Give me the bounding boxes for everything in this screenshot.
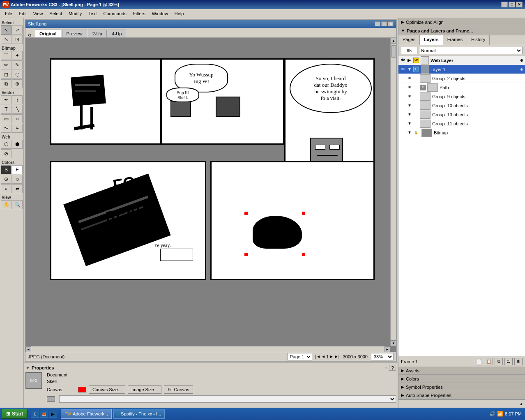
freeform-tool[interactable]: 〜 xyxy=(1,124,12,133)
scroll-right-button[interactable]: ► xyxy=(385,346,390,352)
eyedropper-tool[interactable]: ⊙ xyxy=(1,175,12,184)
menu-view[interactable]: View xyxy=(30,10,46,17)
layer-1-options-icon[interactable]: ⊕ xyxy=(520,67,523,72)
group-10-visibility-icon[interactable]: 👁 xyxy=(407,103,412,108)
media-icon[interactable]: ▶ xyxy=(49,410,57,418)
menu-file[interactable]: File xyxy=(2,10,16,17)
scroll-left-button[interactable]: ◄ xyxy=(25,346,31,352)
tab-pages[interactable]: Pages xyxy=(398,35,420,45)
path-visibility-icon[interactable]: 👁 xyxy=(407,85,412,90)
menu-text[interactable]: Text xyxy=(85,10,100,17)
doc-settings-icon[interactable]: ⚙ xyxy=(28,33,32,37)
close-button[interactable]: ✕ xyxy=(516,2,523,7)
fireworks-taskbar-item[interactable]: FW Adobe Firework... xyxy=(61,409,112,419)
bitmap-item[interactable]: 👁 🔒 Bitmap xyxy=(398,128,525,137)
replace-color-tool[interactable]: ⊕ xyxy=(12,79,23,88)
vertical-scrollbar[interactable]: ▲ ▼ xyxy=(390,38,396,346)
group-11-visibility-icon[interactable]: 👁 xyxy=(407,121,412,127)
window-controls[interactable]: _ □ ✕ xyxy=(501,2,523,7)
web-layer-expand-icon[interactable]: ▶ xyxy=(408,58,412,62)
default-colors-btn[interactable]: D xyxy=(1,184,12,193)
blur-tool[interactable]: ◌ xyxy=(12,70,23,79)
scale-tool[interactable]: ⤡ xyxy=(1,35,12,44)
zoom-tool[interactable]: 🔍 xyxy=(12,200,23,209)
maximize-button[interactable]: □ xyxy=(509,2,515,7)
ie-icon[interactable]: e xyxy=(31,410,39,418)
pencil-tool[interactable]: ✎ xyxy=(12,60,23,69)
lasso-tool[interactable]: ⌒ xyxy=(1,51,12,60)
hand-tool[interactable]: ✋ xyxy=(1,200,12,209)
tab-2up[interactable]: 2-Up xyxy=(88,30,107,37)
last-page-button[interactable]: ►| xyxy=(334,354,340,359)
hide-slices-tool[interactable]: ⊘ xyxy=(1,149,12,158)
layers-panel-header[interactable]: ▼ Pages and Layers and Frame... xyxy=(398,26,525,35)
assets-panel[interactable]: ▶ Assets xyxy=(398,367,525,375)
firefox-icon[interactable]: 🦊 xyxy=(40,410,48,418)
menu-modify[interactable]: Modify xyxy=(65,10,85,17)
web-layer-options-icon[interactable]: ⊕ xyxy=(520,58,523,62)
auto-shape-properties-panel[interactable]: ▶ Auto Shape Properties xyxy=(398,391,525,399)
menu-window[interactable]: Window xyxy=(149,10,171,17)
ellipse-tool[interactable]: ○ xyxy=(12,114,23,123)
pointer-tool[interactable]: ↖ xyxy=(1,25,12,35)
group-9-item[interactable]: 👁 Group: 9 objects xyxy=(398,92,525,101)
colors-panel[interactable]: ▶ Colors xyxy=(398,375,525,383)
crop-tool[interactable]: ⊡ xyxy=(12,35,23,44)
scroll-up-button[interactable]: ▲ xyxy=(391,38,396,44)
duplicate-layer-button[interactable]: ⧉ xyxy=(495,358,503,365)
rectangle-tool[interactable]: ▭ xyxy=(1,114,12,123)
doc-minimize-button[interactable]: _ xyxy=(375,21,380,26)
properties-options-icon[interactable]: ≡ xyxy=(385,365,387,370)
start-button[interactable]: ⊞ Start xyxy=(2,409,28,419)
horizontal-scrollbar[interactable]: ◄ ► xyxy=(25,346,390,352)
brush-tool[interactable]: ✏ xyxy=(1,60,12,69)
opacity-input[interactable] xyxy=(401,47,417,54)
prev-page-button[interactable]: ◄ xyxy=(321,354,325,359)
fit-canvas-button[interactable]: Fit Canvas xyxy=(164,385,193,394)
image-size-button[interactable]: Image Size... xyxy=(128,385,161,394)
path-item[interactable]: 👁 P Path xyxy=(398,83,525,92)
text-tool[interactable]: T xyxy=(1,105,12,114)
menu-filters[interactable]: Filters xyxy=(130,10,149,17)
tab-4up[interactable]: 4-Up xyxy=(108,30,127,37)
group-10-item[interactable]: 👁 Group: 10 objects xyxy=(398,101,525,110)
spotify-taskbar-item[interactable]: ♪ Spotify - The xx - I... xyxy=(113,409,165,419)
hotspot-tool[interactable]: ⬡ xyxy=(1,140,12,149)
canvas-color-swatch[interactable] xyxy=(78,387,86,392)
menu-edit[interactable]: Edit xyxy=(16,10,30,17)
web-layer-item[interactable]: 👁 ▶ W Web Layer ⊕ xyxy=(398,56,525,65)
new-sublayer-button[interactable]: 📋 xyxy=(485,358,493,365)
delete-layer-button[interactable]: 🗑 xyxy=(514,358,523,365)
layer-1-item[interactable]: 👁 ▼ L Layer 1 ⊕ xyxy=(398,65,525,74)
next-page-button[interactable]: ► xyxy=(329,354,334,359)
web-layer-visibility-icon[interactable]: 👁 xyxy=(400,58,406,63)
group-2-item[interactable]: 👁 Group: 2 objects xyxy=(398,74,525,83)
stroke-color-btn[interactable]: S xyxy=(1,165,12,174)
canvas-size-button[interactable]: Canvas Size... xyxy=(89,385,125,394)
line-tool[interactable]: ╲ xyxy=(12,105,23,114)
doc-dropdown[interactable] xyxy=(59,395,396,403)
swap-colors-btn[interactable]: ⇄ xyxy=(12,184,23,193)
properties-help-button[interactable]: ? xyxy=(389,365,396,371)
minimize-button[interactable]: _ xyxy=(501,2,508,7)
menu-commands[interactable]: Commands xyxy=(100,10,130,17)
vector-path-tool[interactable]: ⌇ xyxy=(12,95,23,104)
tab-layers[interactable]: Layers xyxy=(420,35,443,45)
eraser-tool[interactable]: ◻ xyxy=(1,70,12,79)
new-layer-button[interactable]: 📄 xyxy=(475,358,483,365)
speaker-icon[interactable]: 🔊 xyxy=(489,411,495,417)
blend-mode-select[interactable]: Normal Multiply Screen xyxy=(419,47,523,54)
layer-1-visibility-icon[interactable]: 👁 xyxy=(400,67,406,72)
layer-1-expand-icon[interactable]: ▼ xyxy=(408,67,412,72)
tab-frames[interactable]: Frames xyxy=(443,35,467,45)
slice-tool[interactable]: ⬢ xyxy=(12,140,23,149)
group-13-visibility-icon[interactable]: 👁 xyxy=(407,112,412,118)
zoom-select[interactable]: 33% 50% 100% xyxy=(371,353,394,360)
menu-select[interactable]: Select xyxy=(46,10,65,17)
tab-original[interactable]: Original xyxy=(35,30,61,37)
bitmap-lock-icon[interactable]: 🔒 xyxy=(414,131,420,134)
subselect-tool[interactable]: ↗ xyxy=(12,25,23,35)
group-11-item[interactable]: 👁 Group: 11 objects xyxy=(398,119,525,128)
clone-tool[interactable]: ⧉ xyxy=(1,79,12,88)
group-13-item[interactable]: 👁 Group: 13 objects xyxy=(398,110,525,119)
